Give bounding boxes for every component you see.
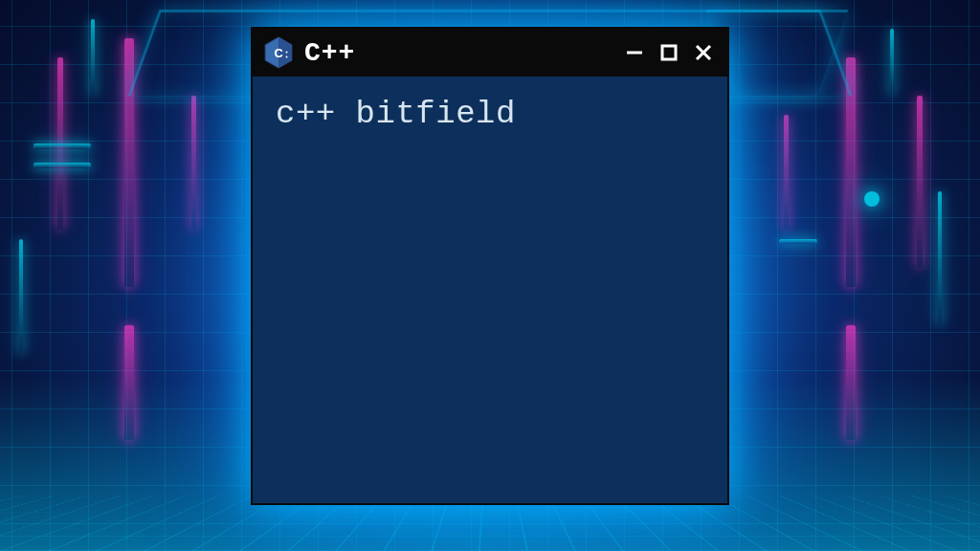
- cpp-icon: C + +: [262, 36, 295, 69]
- svg-text:+: +: [285, 54, 288, 59]
- svg-rect-6: [662, 46, 676, 59]
- svg-text:C: C: [274, 46, 282, 60]
- maximize-button[interactable]: [655, 38, 683, 67]
- window-controls: [620, 38, 718, 67]
- close-button[interactable]: [689, 38, 718, 67]
- terminal-content[interactable]: c++ bitfield: [253, 77, 727, 503]
- titlebar[interactable]: C + + C++: [253, 29, 727, 77]
- minimize-button[interactable]: [620, 38, 649, 67]
- window-title: C++: [304, 38, 611, 68]
- terminal-window: C + + C++ c++ bitfield: [251, 27, 729, 505]
- content-text: c++ bitfield: [276, 96, 516, 132]
